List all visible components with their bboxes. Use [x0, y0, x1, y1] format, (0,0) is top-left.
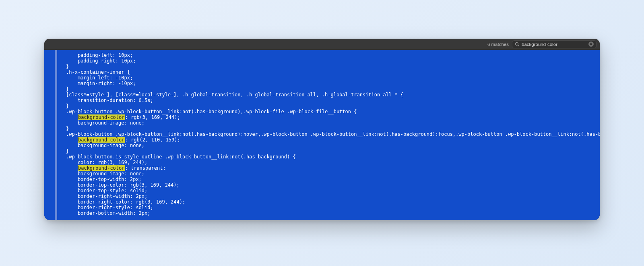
source-editor[interactable]: padding-left: 10px; padding-right: 10px;… — [44, 50, 600, 220]
devtools-window: 6 matches padding-left: 10px; padding-ri… — [44, 39, 600, 220]
search-field-wrap[interactable] — [512, 40, 597, 48]
svg-point-0 — [515, 42, 518, 45]
code-content[interactable]: padding-left: 10px; padding-right: 10px;… — [62, 50, 600, 220]
match-count-label: 6 matches — [487, 42, 509, 47]
search-input[interactable] — [522, 42, 586, 47]
search-icon — [515, 42, 519, 46]
titlebar: 6 matches — [44, 39, 600, 50]
clear-search-button[interactable] — [588, 42, 594, 47]
close-icon — [590, 43, 592, 46]
svg-line-1 — [518, 45, 519, 46]
line-gutter — [44, 50, 62, 220]
